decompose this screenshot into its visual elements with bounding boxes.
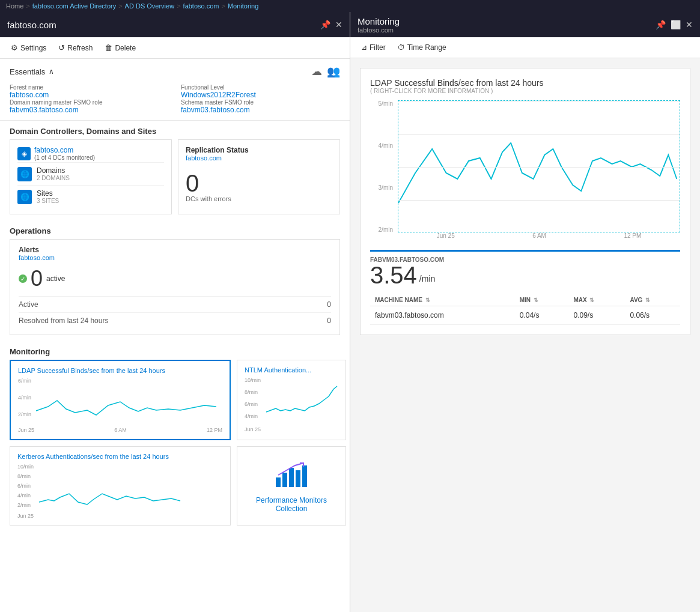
right-toolbar: ⊿ Filter ⏱ Time Range: [350, 37, 700, 58]
sort-min-icon[interactable]: ⇅: [534, 297, 538, 303]
sort-machine-icon[interactable]: ⇅: [425, 297, 430, 303]
resolved-row: Resolved from last 24 hours 0: [19, 312, 331, 329]
sites-icon: 🌐: [17, 190, 32, 204]
ntlm-card[interactable]: NTLM Authentication... 10/min 8/min 6/mi…: [237, 360, 346, 440]
perf-monitor-card[interactable]: Performance Monitors Collection: [237, 446, 346, 526]
cell-machine: fabvm03.fabtoso.com: [370, 306, 515, 325]
col-min: MIN ⇅: [515, 294, 569, 306]
svg-rect-3: [296, 470, 300, 487]
pin-icon[interactable]: 📌: [320, 20, 330, 29]
svg-rect-0: [276, 477, 281, 487]
monitoring-header: Monitoring: [0, 341, 350, 360]
chart-subtitle: ( RIGHT-CLICK FOR MORE INFORMATION ): [370, 88, 680, 94]
dc-section: ◈ fabtoso.com (1 of 4 DCs monitored) 🌐 D…: [0, 139, 350, 220]
domain-icon: 🌐: [17, 167, 32, 181]
operations-section: Alerts fabtoso.com ✓ 0 active Active 0 R…: [0, 239, 350, 341]
left-title-bar: fabtoso.com 📌 ✕: [0, 12, 350, 37]
refresh-button[interactable]: ↺ Refresh: [53, 41, 97, 55]
filter-icon: ⊿: [361, 43, 367, 52]
breadcrumb: Home > fabtoso.com Active Directory > AD…: [0, 0, 700, 12]
left-toolbar: ⚙ Settings ↺ Refresh 🗑 Delete: [0, 37, 350, 59]
breadcrumb-ad[interactable]: fabtoso.com Active Directory: [32, 2, 116, 10]
col-machine: MACHINE NAME ⇅: [370, 294, 515, 306]
functional-level-item: Functional Level Windows2012R2Forest Sch…: [181, 84, 340, 114]
replication-card: Replication Status fabtoso.com 0 DCs wit…: [178, 139, 340, 214]
right-title-bar: Monitoring fabtoso.com 📌 ⬜ ✕: [350, 12, 700, 37]
forest-name-value: fabtoso.com: [10, 91, 169, 99]
current-value: 3.54: [370, 263, 417, 287]
delete-icon: 🗑: [105, 43, 112, 52]
cell-max: 0.09/s: [568, 306, 625, 325]
settings-icon: ⚙: [11, 43, 18, 52]
ldap-sparkline: [36, 378, 222, 426]
big-chart-bg: [398, 100, 680, 232]
filter-button[interactable]: ⊿ Filter: [356, 41, 391, 54]
big-chart-area: Jun 25 6 AM 12 PM: [398, 100, 680, 245]
ldap-chart: 6/min 4/min 2/min: [18, 378, 222, 426]
refresh-icon: ↺: [58, 43, 65, 52]
right-panel-subtitle: fabtoso.com: [358, 26, 400, 34]
green-check-icon: ✓: [19, 274, 27, 283]
users-icon[interactable]: 👥: [327, 65, 340, 78]
kerberos-sparkline: [39, 464, 195, 512]
ntlm-sparkline: [266, 377, 338, 425]
table-row: fabvm03.fabtoso.com 0.04/s 0.09/s 0.06/s: [370, 306, 680, 325]
functional-level-value: Windows2012R2Forest: [181, 91, 340, 99]
svg-rect-1: [282, 473, 287, 487]
timerange-button[interactable]: ⏱ Time Range: [393, 41, 451, 54]
left-panel: fabtoso.com 📌 ✕ ⚙ Settings ↺ Refresh 🗑 D…: [0, 12, 350, 612]
close-icon[interactable]: ✕: [335, 20, 342, 29]
active-row: Active 0: [19, 296, 331, 312]
ntlm-chart: 10/min 8/min 6/min 4/min: [245, 377, 338, 425]
kerberos-chart: 10/min 8/min 6/min 4/min 2/min: [17, 464, 223, 512]
current-value-bar: FABVM03.FABTOSO.COM 3.54 /min: [370, 250, 680, 287]
data-table: MACHINE NAME ⇅ MIN ⇅ MAX ⇅ AVG: [370, 294, 680, 325]
operations-header: Operations: [0, 220, 350, 239]
monitoring-section: LDAP Successful Binds/sec from the last …: [0, 360, 350, 532]
essentials-grid: Forest name fabtoso.com Domain naming ma…: [10, 84, 340, 114]
sites-item[interactable]: 🌐 Sites 3 SITES: [17, 185, 164, 208]
breadcrumb-monitoring: Monitoring: [228, 2, 258, 10]
kerberos-card[interactable]: Kerberos Authentications/sec from the la…: [10, 446, 231, 526]
chart-main-title: LDAP Successful Binds/sec from last 24 h…: [370, 78, 680, 88]
perf-monitor-icon: [273, 459, 309, 491]
dc-card: ◈ fabtoso.com (1 of 4 DCs monitored) 🌐 D…: [10, 139, 172, 214]
cell-min: 0.04/s: [515, 306, 569, 325]
essentials-title: Essentials ∧: [10, 67, 54, 76]
close-icon-right[interactable]: ✕: [686, 20, 693, 29]
settings-button[interactable]: ⚙ Settings: [6, 41, 51, 55]
forest-name-item: Forest name fabtoso.com Domain naming ma…: [10, 84, 169, 114]
ldap-card[interactable]: LDAP Successful Binds/sec from the last …: [10, 360, 231, 440]
clock-icon: ⏱: [398, 43, 405, 52]
col-max: MAX ⇅: [568, 294, 625, 306]
cell-avg: 0.06/s: [625, 306, 680, 325]
dc-section-header: Domain Controllers, Domains and Sites: [0, 121, 350, 139]
delete-button[interactable]: 🗑 Delete: [100, 41, 141, 55]
breadcrumb-domain[interactable]: fabtoso.com: [183, 2, 219, 10]
alerts-card: Alerts fabtoso.com ✓ 0 active Active 0 R…: [10, 239, 340, 335]
sort-avg-icon[interactable]: ⇅: [645, 297, 650, 303]
left-panel-title: fabtoso.com: [7, 20, 56, 30]
svg-rect-4: [302, 465, 307, 487]
main-chart-container: LDAP Successful Binds/sec from last 24 h…: [360, 68, 690, 335]
pin-icon-right[interactable]: 📌: [656, 20, 666, 29]
sort-max-icon[interactable]: ⇅: [589, 297, 594, 303]
domains-item[interactable]: 🌐 Domains 2 DOMAINS: [17, 162, 164, 185]
right-panel-title: Monitoring: [358, 16, 400, 26]
cloud-icon[interactable]: ☁: [311, 65, 322, 78]
svg-rect-2: [289, 468, 294, 487]
breadcrumb-home[interactable]: Home: [6, 2, 23, 10]
breadcrumb-overview[interactable]: AD DS Overview: [125, 2, 175, 10]
alerts-count: 0: [31, 266, 43, 291]
collapse-icon[interactable]: ∧: [49, 67, 54, 76]
col-avg: AVG ⇅: [625, 294, 680, 306]
perf-monitor-label: Performance Monitors Collection: [245, 496, 338, 513]
dc-icon: ◈: [17, 147, 31, 160]
current-unit: /min: [419, 274, 435, 283]
maximize-icon[interactable]: ⬜: [671, 20, 681, 29]
essentials-section: Essentials ∧ ☁ 👥 Forest name fabtoso.com…: [0, 59, 350, 121]
right-panel: Monitoring fabtoso.com 📌 ⬜ ✕ ⊿ Filter ⏱ …: [350, 12, 700, 612]
